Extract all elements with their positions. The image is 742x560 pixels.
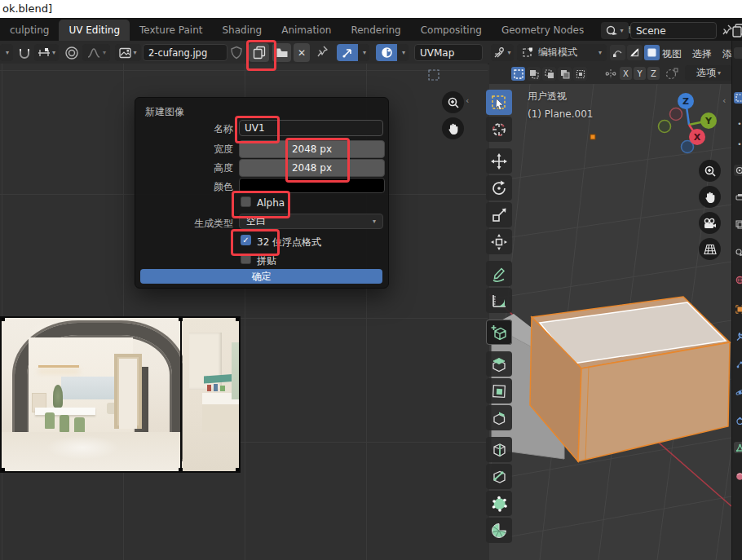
tool-knife[interactable] (486, 464, 512, 489)
properties-tab-data-active[interactable] (734, 442, 742, 453)
tool-inset-faces[interactable] (486, 378, 512, 403)
tab-shading[interactable]: Shading (212, 20, 272, 41)
box-select-extend-icon[interactable] (527, 67, 541, 81)
camera-view-button[interactable] (699, 212, 721, 234)
tool-cursor[interactable] (486, 117, 512, 142)
tiled-checkbox[interactable] (241, 254, 251, 264)
float32-checkbox[interactable] (241, 235, 251, 245)
image-browse-button[interactable]: ▾ (115, 44, 141, 61)
uvmap-field[interactable]: UVMap (414, 44, 483, 61)
tool-scale[interactable] (486, 202, 512, 227)
ok-button[interactable]: 确定 (140, 269, 382, 284)
width-slider[interactable]: 2048 px (239, 140, 385, 158)
menu-view[interactable]: 视图 (662, 47, 682, 61)
mirror-z-button[interactable]: Z (647, 67, 660, 80)
new-image-button[interactable] (249, 43, 269, 62)
tab-geometry-nodes[interactable]: Geometry Nodes (492, 20, 594, 41)
viewport-pan-button[interactable] (699, 186, 721, 208)
uv-zoom-button[interactable] (442, 91, 464, 113)
uv-vertex[interactable] (236, 318, 239, 321)
viewport-editor-type-button[interactable]: ▾ (491, 44, 514, 61)
edge-select-button[interactable] (627, 45, 643, 60)
open-image-button[interactable] (272, 43, 291, 62)
properties-tab-scene[interactable] (734, 246, 742, 258)
properties-tab-physics[interactable] (734, 386, 742, 398)
properties-tab-world[interactable] (734, 274, 742, 285)
gen-type-dropdown[interactable]: 空白 ▾ (239, 214, 383, 229)
box-select-subtract-icon[interactable] (542, 67, 556, 81)
vertex-select-button[interactable] (610, 45, 625, 60)
sticky-select-button[interactable] (376, 44, 397, 61)
tool-loop-cut[interactable] (486, 437, 512, 462)
tool-poly-build[interactable] (486, 491, 512, 516)
tool-transform[interactable] (486, 229, 512, 254)
proportional-edit-icon[interactable] (64, 46, 79, 60)
unlink-image-button[interactable]: ✕ (294, 43, 310, 62)
snap-circle-icon[interactable] (665, 68, 679, 80)
pin-icon[interactable] (316, 45, 329, 59)
color-swatch[interactable] (239, 178, 385, 193)
tool-extrude-region[interactable] (486, 351, 512, 377)
tab-compositing[interactable]: Compositing (411, 20, 492, 41)
properties-tab-render[interactable] (734, 165, 742, 176)
snap-target-button[interactable]: ▾ (34, 44, 59, 61)
uv-vertex[interactable] (236, 468, 239, 471)
uv-image-panorama[interactable] (2, 318, 239, 471)
tool-box-select[interactable] (486, 90, 512, 115)
new-scene-icon[interactable] (731, 22, 742, 38)
height-slider[interactable]: 2048 px (239, 159, 385, 177)
properties-tab-constraints[interactable] (734, 414, 742, 426)
properties-tab-output[interactable] (734, 192, 742, 203)
tab-animation[interactable]: Animation (272, 20, 341, 41)
tool-add-cube[interactable] (486, 320, 512, 345)
tool-bevel[interactable] (486, 405, 512, 430)
tool-move[interactable] (486, 148, 512, 174)
uv-vertex[interactable] (2, 468, 5, 471)
box-select-intersect-icon[interactable] (573, 67, 587, 81)
tab-texture-paint[interactable]: Texture Paint (130, 20, 212, 41)
ortho-grid-button[interactable] (699, 238, 721, 260)
properties-tab-particles[interactable] (734, 359, 742, 370)
sticky-select-dropdown[interactable]: ▾ (397, 44, 409, 61)
face-select-button[interactable] (644, 45, 660, 60)
uv-pan-button[interactable] (442, 117, 464, 139)
uv-editor-type-button[interactable]: ▾ (0, 44, 13, 61)
tool-rotate[interactable] (486, 175, 512, 201)
menu-select[interactable]: 选择 (692, 47, 712, 61)
scene-selector-button[interactable]: ▾ (601, 22, 629, 39)
properties-tab-modifiers[interactable] (734, 331, 742, 342)
uv-vertex[interactable] (2, 318, 5, 321)
viewport-zoom-button[interactable] (699, 160, 721, 182)
properties-tab-tool-active[interactable] (734, 92, 742, 104)
tool-measure[interactable] (486, 288, 512, 313)
properties-tab-material[interactable] (734, 470, 742, 482)
box-select-invert-icon[interactable] (558, 67, 572, 81)
uv-sync-dropdown[interactable]: ▾ (358, 44, 369, 61)
properties-filter-icon[interactable] (734, 47, 742, 59)
falloff-curve-button[interactable]: ▾ (82, 44, 110, 61)
image-name-field[interactable]: 2-cufang.jpg (143, 44, 227, 61)
properties-dot-icon: • (734, 118, 742, 130)
mode-dropdown[interactable]: 编辑模式 ▾ (517, 44, 607, 61)
tab-rendering[interactable]: Rendering (341, 20, 410, 41)
alpha-checkbox[interactable] (241, 196, 251, 207)
snap-magnet-icon[interactable] (17, 46, 32, 60)
tool-spin[interactable] (486, 518, 512, 543)
uv-vertex[interactable] (179, 468, 183, 471)
properties-tab-view-layer[interactable] (734, 218, 742, 230)
uv-sidebar-collapse-arrow[interactable]: ‹ (466, 95, 469, 106)
scene-name-field[interactable]: Scene (630, 22, 717, 39)
tool-annotate[interactable] (486, 261, 512, 286)
tab-uv-editing[interactable]: UV Editing (59, 20, 130, 41)
options-dropdown[interactable]: 选项 ▾ (685, 65, 732, 81)
uv-vertex[interactable] (179, 318, 183, 321)
mirror-x-button[interactable]: X (620, 67, 632, 80)
navigation-gizmo[interactable]: Z Y X (656, 88, 731, 163)
box-select-set-icon[interactable] (511, 67, 525, 81)
shield-icon[interactable] (230, 46, 243, 60)
mirror-y-button[interactable]: Y (634, 67, 646, 80)
properties-tab-object[interactable] (734, 303, 742, 315)
uv-sync-button[interactable] (337, 44, 358, 61)
tab-sculpting[interactable]: culpting (0, 20, 59, 41)
name-field[interactable]: UV1 (239, 120, 383, 136)
